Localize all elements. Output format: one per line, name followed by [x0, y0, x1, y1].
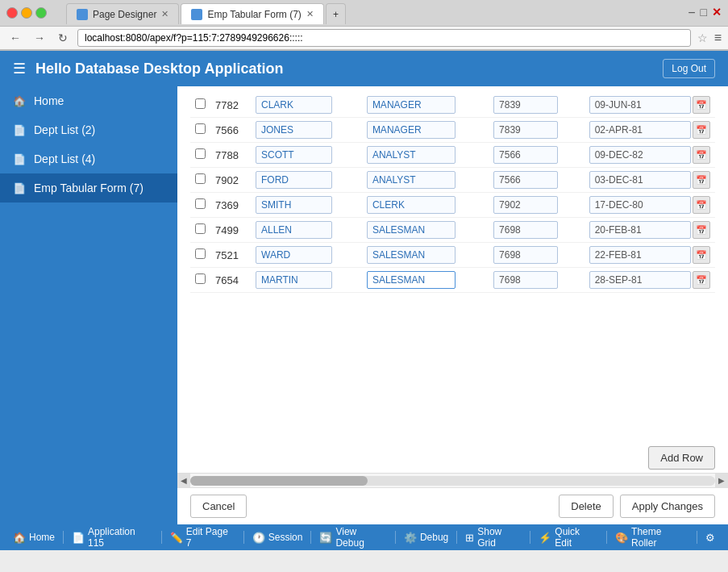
row-job-input-4[interactable] [367, 196, 456, 214]
row-checkbox-0[interactable] [195, 98, 206, 109]
row-name-input-7[interactable] [256, 271, 332, 289]
row-job-input-7[interactable] [367, 271, 456, 289]
row-job-input-2[interactable] [367, 146, 456, 164]
tab-emp-tabular-form[interactable]: Emp Tabular Form (7) ✕ [181, 3, 323, 24]
row-checkbox-1[interactable] [195, 123, 206, 134]
win-minimize-icon[interactable]: − [688, 6, 695, 20]
refresh-button[interactable]: ↻ [55, 30, 71, 46]
calendar-button-4[interactable]: 📅 [693, 196, 710, 214]
add-row-button[interactable]: Add Row [648, 446, 715, 470]
row-mgr-input-4[interactable] [493, 196, 558, 214]
bottom-show-grid[interactable]: ⊞ Show Grid [459, 524, 528, 550]
bottom-debug[interactable]: ⚙️ Debug [397, 524, 455, 550]
row-date-cell-3: 📅 [584, 168, 715, 193]
row-job-cell-4 [362, 193, 489, 218]
row-name-input-4[interactable] [256, 196, 332, 214]
row-name-input-1[interactable] [256, 121, 332, 139]
row-job-cell-3 [362, 168, 489, 193]
calendar-button-6[interactable]: 📅 [693, 246, 710, 264]
bottom-settings[interactable]: ⚙ [699, 524, 722, 550]
forward-button[interactable]: → [31, 30, 48, 46]
bottom-session[interactable]: 🕐 Session [246, 524, 310, 550]
row-name-input-2[interactable] [256, 146, 332, 164]
row-checkbox-6[interactable] [195, 248, 206, 259]
row-id-1: 7566 [210, 118, 251, 143]
row-mgr-input-1[interactable] [493, 121, 558, 139]
win-close-icon[interactable]: ✕ [712, 6, 722, 20]
scroll-thumb[interactable] [190, 476, 368, 486]
sidebar-label-emp7: Emp Tabular Form (7) [34, 182, 144, 194]
bottom-edit-page[interactable]: ✏️ Edit Page 7 [164, 524, 242, 550]
calendar-button-3[interactable]: 📅 [693, 171, 710, 189]
tab-new[interactable]: + [326, 3, 346, 24]
row-name-input-0[interactable] [256, 96, 332, 114]
bottom-quick-edit[interactable]: ⚡ Quick Edit [532, 524, 605, 550]
row-checkbox-3[interactable] [195, 173, 206, 184]
bottom-view-debug[interactable]: 🔄 View Debug [313, 524, 393, 550]
bottom-home[interactable]: 🏠 Home [6, 524, 61, 550]
row-date-cell-5: 📅 [584, 218, 715, 243]
calendar-button-1[interactable]: 📅 [693, 121, 710, 139]
tab-close-btn-2[interactable]: ✕ [306, 9, 314, 19]
cancel-button[interactable]: Cancel [190, 495, 247, 518]
row-date-input-2[interactable] [589, 146, 691, 164]
row-name-input-3[interactable] [256, 171, 332, 189]
bottom-edit-page-label: Edit Page 7 [186, 526, 235, 549]
bottom-theme-roller[interactable]: 🎨 Theme Roller [609, 524, 695, 550]
row-mgr-input-2[interactable] [493, 146, 558, 164]
delete-button[interactable]: Delete [559, 495, 614, 518]
sidebar-item-dept2[interactable]: 📄 Dept List (2) [0, 115, 177, 144]
row-checkbox-7[interactable] [195, 273, 206, 284]
row-mgr-input-0[interactable] [493, 96, 558, 114]
row-job-input-5[interactable] [367, 221, 456, 239]
scroll-right-arrow[interactable]: ▶ [715, 474, 728, 487]
row-date-input-0[interactable] [589, 96, 691, 114]
close-window-btn[interactable] [6, 7, 18, 19]
row-id-4: 7369 [210, 193, 251, 218]
logout-button[interactable]: Log Out [663, 59, 715, 78]
menu-icon[interactable]: ≡ [714, 31, 722, 45]
row-name-input-5[interactable] [256, 221, 332, 239]
calendar-button-0[interactable]: 📅 [693, 96, 710, 114]
row-job-input-1[interactable] [367, 121, 456, 139]
application-icon: 📄 [72, 532, 85, 544]
row-mgr-input-3[interactable] [493, 171, 558, 189]
row-mgr-input-5[interactable] [493, 221, 558, 239]
row-name-input-6[interactable] [256, 246, 332, 264]
hamburger-icon[interactable]: ☰ [13, 60, 26, 77]
maximize-window-btn[interactable] [35, 7, 47, 19]
row-mgr-input-6[interactable] [493, 246, 558, 264]
calendar-button-5[interactable]: 📅 [693, 221, 710, 239]
row-job-input-3[interactable] [367, 171, 456, 189]
tab-page-designer[interactable]: Page Designer ✕ [66, 3, 179, 24]
address-bar-input[interactable] [77, 29, 691, 47]
row-checkbox-4[interactable] [195, 198, 206, 209]
row-checkbox-5[interactable] [195, 223, 206, 234]
row-date-input-5[interactable] [589, 221, 691, 239]
win-restore-icon[interactable]: □ [701, 6, 707, 20]
scroll-left-arrow[interactable]: ◀ [177, 474, 190, 487]
doc-icon-1: 📄 [13, 123, 26, 136]
calendar-button-7[interactable]: 📅 [693, 271, 710, 289]
minimize-window-btn[interactable] [21, 7, 32, 19]
row-job-input-0[interactable] [367, 96, 456, 114]
row-date-input-6[interactable] [589, 246, 691, 264]
row-job-input-6[interactable] [367, 246, 456, 264]
back-button[interactable]: ← [6, 30, 24, 46]
sidebar-item-emp7[interactable]: 📄 Emp Tabular Form (7) [0, 173, 177, 202]
apply-changes-button[interactable]: Apply Changes [620, 495, 715, 518]
row-checkbox-cell [190, 218, 210, 243]
row-date-input-1[interactable] [589, 121, 691, 139]
sidebar-item-dept4[interactable]: 📄 Dept List (4) [0, 144, 177, 173]
sidebar-item-home[interactable]: 🏠 Home [0, 86, 177, 115]
calendar-button-2[interactable]: 📅 [693, 146, 710, 164]
row-date-input-7[interactable] [589, 271, 691, 289]
bookmark-icon[interactable]: ☆ [697, 31, 708, 44]
row-date-input-4[interactable] [589, 196, 691, 214]
bottom-application[interactable]: 📄 Application 115 [65, 524, 160, 550]
row-mgr-input-7[interactable] [493, 271, 558, 289]
row-date-input-3[interactable] [589, 171, 691, 189]
tab-close-btn[interactable]: ✕ [161, 9, 168, 19]
horizontal-scrollbar[interactable]: ◀ ▶ [177, 473, 728, 487]
row-checkbox-2[interactable] [195, 148, 206, 159]
